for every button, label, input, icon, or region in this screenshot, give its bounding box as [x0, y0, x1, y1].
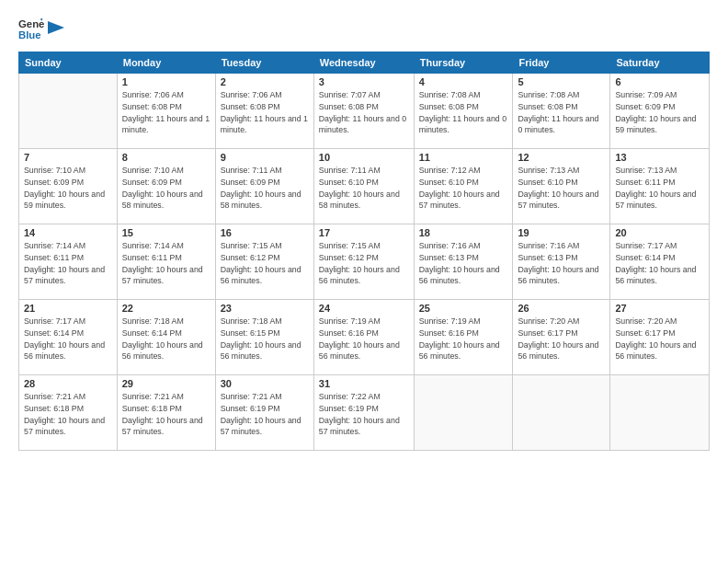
- logo-icon: General Blue: [18, 17, 44, 42]
- calendar-cell: 11Sunrise: 7:12 AMSunset: 6:10 PMDayligh…: [414, 149, 513, 224]
- calendar-cell: 1Sunrise: 7:06 AMSunset: 6:08 PMDaylight…: [117, 74, 215, 149]
- calendar-cell: 29Sunrise: 7:21 AMSunset: 6:18 PMDayligh…: [117, 375, 215, 451]
- day-info: Sunrise: 7:12 AMSunset: 6:10 PMDaylight:…: [419, 165, 508, 212]
- day-info: Sunrise: 7:19 AMSunset: 6:16 PMDaylight:…: [419, 316, 508, 362]
- calendar-page: General Blue SundayMondayTuesdayWednesda…: [0, 0, 728, 563]
- weekday-header-friday: Friday: [513, 52, 610, 74]
- day-info: Sunrise: 7:10 AMSunset: 6:09 PMDaylight:…: [122, 165, 210, 212]
- weekday-header-saturday: Saturday: [610, 52, 710, 74]
- calendar-cell: 20Sunrise: 7:17 AMSunset: 6:14 PMDayligh…: [610, 224, 710, 300]
- day-number: 20: [615, 227, 704, 238]
- day-info: Sunrise: 7:14 AMSunset: 6:11 PMDaylight:…: [24, 240, 112, 287]
- day-info: Sunrise: 7:17 AMSunset: 6:14 PMDaylight:…: [24, 316, 112, 362]
- day-number: 14: [24, 227, 112, 238]
- calendar-cell: 2Sunrise: 7:06 AMSunset: 6:08 PMDaylight…: [215, 74, 313, 149]
- day-info: Sunrise: 7:13 AMSunset: 6:10 PMDaylight:…: [518, 165, 605, 212]
- calendar-cell: 26Sunrise: 7:20 AMSunset: 6:17 PMDayligh…: [513, 300, 610, 375]
- day-info: Sunrise: 7:18 AMSunset: 6:14 PMDaylight:…: [122, 316, 210, 362]
- calendar-cell: 15Sunrise: 7:14 AMSunset: 6:11 PMDayligh…: [117, 224, 215, 300]
- calendar-cell: 25Sunrise: 7:19 AMSunset: 6:16 PMDayligh…: [414, 300, 513, 375]
- day-info: Sunrise: 7:21 AMSunset: 6:18 PMDaylight:…: [122, 391, 210, 438]
- weekday-header-wednesday: Wednesday: [313, 52, 414, 74]
- day-info: Sunrise: 7:09 AMSunset: 6:09 PMDaylight:…: [615, 89, 704, 136]
- day-number: 11: [419, 152, 508, 163]
- day-number: 8: [122, 152, 210, 163]
- day-number: 9: [221, 152, 309, 163]
- calendar-week-1: 1Sunrise: 7:06 AMSunset: 6:08 PMDaylight…: [19, 74, 710, 149]
- day-info: Sunrise: 7:14 AMSunset: 6:11 PMDaylight:…: [122, 240, 210, 287]
- calendar-cell: 13Sunrise: 7:13 AMSunset: 6:11 PMDayligh…: [610, 149, 710, 224]
- calendar-cell: 10Sunrise: 7:11 AMSunset: 6:10 PMDayligh…: [313, 149, 414, 224]
- page-header: General Blue: [18, 17, 710, 42]
- day-number: 21: [24, 303, 112, 314]
- calendar-cell: 21Sunrise: 7:17 AMSunset: 6:14 PMDayligh…: [19, 300, 118, 375]
- day-number: 3: [319, 76, 409, 87]
- day-number: 29: [122, 378, 210, 389]
- weekday-header-tuesday: Tuesday: [215, 52, 313, 74]
- day-number: 28: [24, 378, 112, 389]
- day-info: Sunrise: 7:13 AMSunset: 6:11 PMDaylight:…: [615, 165, 704, 212]
- calendar-cell: 18Sunrise: 7:16 AMSunset: 6:13 PMDayligh…: [414, 224, 513, 300]
- calendar-week-5: 28Sunrise: 7:21 AMSunset: 6:18 PMDayligh…: [19, 375, 710, 451]
- calendar-cell: 9Sunrise: 7:11 AMSunset: 6:09 PMDaylight…: [215, 149, 313, 224]
- day-number: 18: [419, 227, 508, 238]
- day-info: Sunrise: 7:06 AMSunset: 6:08 PMDaylight:…: [221, 89, 309, 136]
- day-info: Sunrise: 7:18 AMSunset: 6:15 PMDaylight:…: [221, 316, 309, 362]
- day-info: Sunrise: 7:06 AMSunset: 6:08 PMDaylight:…: [122, 89, 210, 136]
- day-number: 31: [319, 378, 409, 389]
- day-info: Sunrise: 7:11 AMSunset: 6:10 PMDaylight:…: [319, 165, 409, 212]
- day-number: 30: [221, 378, 309, 389]
- day-number: 10: [319, 152, 409, 163]
- svg-text:Blue: Blue: [18, 29, 41, 40]
- day-number: 7: [24, 152, 112, 163]
- logo-arrow-icon: [48, 17, 64, 38]
- svg-marker-3: [48, 21, 64, 34]
- day-number: 15: [122, 227, 210, 238]
- weekday-header-monday: Monday: [117, 52, 215, 74]
- calendar-cell: 6Sunrise: 7:09 AMSunset: 6:09 PMDaylight…: [610, 74, 710, 149]
- calendar-cell: [610, 375, 710, 451]
- day-number: 25: [419, 303, 508, 314]
- day-number: 27: [615, 303, 704, 314]
- day-info: Sunrise: 7:20 AMSunset: 6:17 PMDaylight:…: [615, 316, 704, 362]
- day-info: Sunrise: 7:08 AMSunset: 6:08 PMDaylight:…: [518, 89, 605, 136]
- day-number: 5: [518, 76, 605, 87]
- day-info: Sunrise: 7:15 AMSunset: 6:12 PMDaylight:…: [319, 240, 409, 287]
- calendar-cell: [19, 74, 118, 149]
- day-number: 4: [419, 76, 508, 87]
- weekday-header-thursday: Thursday: [414, 52, 513, 74]
- calendar-week-4: 21Sunrise: 7:17 AMSunset: 6:14 PMDayligh…: [19, 300, 710, 375]
- day-info: Sunrise: 7:07 AMSunset: 6:08 PMDaylight:…: [319, 89, 409, 136]
- calendar-cell: 17Sunrise: 7:15 AMSunset: 6:12 PMDayligh…: [313, 224, 414, 300]
- day-info: Sunrise: 7:20 AMSunset: 6:17 PMDaylight:…: [518, 316, 605, 362]
- calendar-cell: 7Sunrise: 7:10 AMSunset: 6:09 PMDaylight…: [19, 149, 118, 224]
- day-info: Sunrise: 7:21 AMSunset: 6:19 PMDaylight:…: [221, 391, 309, 438]
- day-number: 1: [122, 76, 210, 87]
- calendar-cell: 24Sunrise: 7:19 AMSunset: 6:16 PMDayligh…: [313, 300, 414, 375]
- day-info: Sunrise: 7:08 AMSunset: 6:08 PMDaylight:…: [419, 89, 508, 136]
- day-number: 26: [518, 303, 605, 314]
- calendar-cell: 28Sunrise: 7:21 AMSunset: 6:18 PMDayligh…: [19, 375, 118, 451]
- calendar-cell: 5Sunrise: 7:08 AMSunset: 6:08 PMDaylight…: [513, 74, 610, 149]
- svg-text:General: General: [18, 18, 44, 29]
- logo: General Blue: [18, 17, 64, 42]
- day-number: 19: [518, 227, 605, 238]
- day-number: 6: [615, 76, 704, 87]
- day-info: Sunrise: 7:17 AMSunset: 6:14 PMDaylight:…: [615, 240, 704, 287]
- calendar-cell: [513, 375, 610, 451]
- calendar-table: SundayMondayTuesdayWednesdayThursdayFrid…: [18, 52, 710, 451]
- day-info: Sunrise: 7:21 AMSunset: 6:18 PMDaylight:…: [24, 391, 112, 438]
- calendar-cell: 8Sunrise: 7:10 AMSunset: 6:09 PMDaylight…: [117, 149, 215, 224]
- calendar-cell: 16Sunrise: 7:15 AMSunset: 6:12 PMDayligh…: [215, 224, 313, 300]
- day-info: Sunrise: 7:19 AMSunset: 6:16 PMDaylight:…: [319, 316, 409, 362]
- day-info: Sunrise: 7:22 AMSunset: 6:19 PMDaylight:…: [319, 391, 409, 438]
- calendar-cell: 12Sunrise: 7:13 AMSunset: 6:10 PMDayligh…: [513, 149, 610, 224]
- day-number: 23: [221, 303, 309, 314]
- calendar-cell: 19Sunrise: 7:16 AMSunset: 6:13 PMDayligh…: [513, 224, 610, 300]
- day-info: Sunrise: 7:16 AMSunset: 6:13 PMDaylight:…: [518, 240, 605, 287]
- calendar-cell: 30Sunrise: 7:21 AMSunset: 6:19 PMDayligh…: [215, 375, 313, 451]
- day-info: Sunrise: 7:15 AMSunset: 6:12 PMDaylight:…: [221, 240, 309, 287]
- weekday-header-row: SundayMondayTuesdayWednesdayThursdayFrid…: [19, 52, 710, 74]
- calendar-week-2: 7Sunrise: 7:10 AMSunset: 6:09 PMDaylight…: [19, 149, 710, 224]
- day-info: Sunrise: 7:16 AMSunset: 6:13 PMDaylight:…: [419, 240, 508, 287]
